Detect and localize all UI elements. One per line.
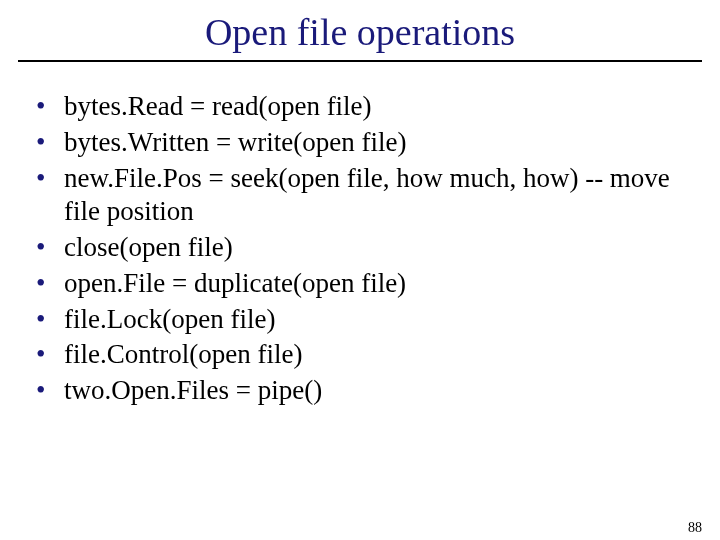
slide-title: Open file operations <box>0 10 720 54</box>
slide: Open file operations bytes.Read = read(o… <box>0 10 720 540</box>
bullet-item: two.Open.Files = pipe() <box>30 374 690 408</box>
bullet-item: file.Lock(open file) <box>30 303 690 337</box>
slide-content: bytes.Read = read(open file) bytes.Writt… <box>30 90 690 408</box>
bullet-list: bytes.Read = read(open file) bytes.Writt… <box>30 90 690 408</box>
title-underline <box>18 60 702 62</box>
bullet-item: new.File.Pos = seek(open file, how much,… <box>30 162 690 230</box>
page-number: 88 <box>688 520 702 536</box>
bullet-item: bytes.Written = write(open file) <box>30 126 690 160</box>
bullet-item: bytes.Read = read(open file) <box>30 90 690 124</box>
bullet-item: close(open file) <box>30 231 690 265</box>
bullet-item: open.File = duplicate(open file) <box>30 267 690 301</box>
bullet-item: file.Control(open file) <box>30 338 690 372</box>
